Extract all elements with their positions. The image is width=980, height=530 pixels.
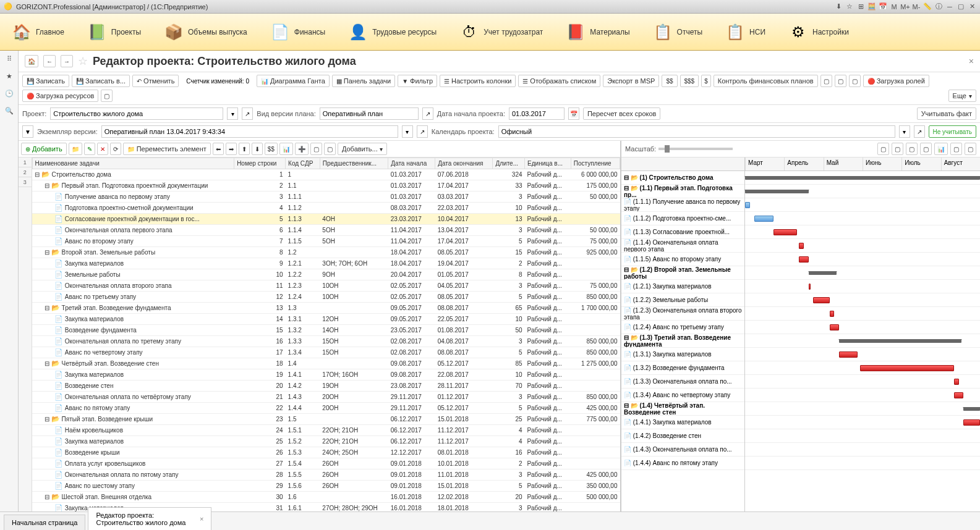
util-icon[interactable]: ▢ — [324, 143, 336, 155]
gantt-row-label[interactable]: ⊟ 📂 (1.2) Второй этап. Земельные работы — [621, 266, 744, 280]
gantt-view-icon[interactable]: ▢ — [877, 143, 889, 155]
gantt-row-label[interactable]: ⊟ 📂 (1.1) Первый этап. Подготовка пр... — [621, 185, 744, 198]
dropdown-icon[interactable]: ▾ — [227, 107, 238, 120]
dropdown-icon[interactable]: ▾ — [402, 125, 413, 138]
forward-button[interactable]: → — [61, 55, 73, 67]
gantt-bar[interactable] — [830, 324, 839, 330]
calendar-icon[interactable]: 📅 — [568, 107, 579, 120]
grid-icon[interactable]: ⠿ — [4, 53, 15, 64]
history-icon[interactable]: 🕒 — [4, 88, 15, 99]
table-row[interactable]: 📄 Аванс по пятому этапу 22 1.4.4 20ОН 29… — [32, 403, 620, 414]
dont-consider-button[interactable]: Не учитывать — [929, 125, 976, 138]
arrow-right-icon[interactable]: ➡ — [226, 143, 237, 155]
gantt-row-label[interactable]: 📄 (1.4.3) Окончательная оплата по... — [621, 443, 744, 456]
dropdown-icon[interactable]: ▾ — [899, 125, 910, 138]
filter-icon[interactable]: ▼ — [22, 125, 33, 138]
gantt-bar[interactable] — [799, 243, 804, 249]
gantt-row-label[interactable]: 📄 (1.1.1) Получение аванса по первому эт… — [621, 198, 744, 212]
minimize-icon[interactable]: ─ — [945, 2, 954, 11]
open-icon[interactable]: ↗ — [914, 125, 925, 138]
column-header[interactable]: Номер строки — [234, 158, 286, 169]
column-header[interactable]: Длите... — [493, 158, 525, 169]
gantt-view-icon[interactable]: 📊 — [934, 143, 948, 155]
nav-item[interactable]: 📕Материалы — [560, 19, 634, 45]
home-button[interactable]: 🏠 — [25, 55, 38, 67]
column-header[interactable]: Код СДР — [286, 158, 320, 169]
row-num[interactable]: 1 — [19, 158, 32, 167]
load-roles-button[interactable]: 🔴Загрузка ролей — [863, 75, 929, 87]
bottom-tab[interactable]: Начальная страница — [4, 515, 85, 530]
table-row[interactable]: 📄 Закупка материалов 25 1.5.2 22ОН; 21ОН… — [32, 436, 620, 447]
task-panel-button[interactable]: ▦Панель задачи — [332, 75, 395, 87]
nav-item[interactable]: 👤Трудовые ресурсы — [343, 19, 441, 45]
table-row[interactable]: 📄 Подготовка проектно-сметной документац… — [32, 203, 620, 214]
column-header[interactable]: Наименование задачи — [32, 158, 234, 169]
gantt-bar[interactable] — [830, 311, 835, 317]
cancel-button[interactable]: ↶Отменить — [132, 75, 179, 87]
titlebar-m-plus[interactable]: M+ — [901, 2, 910, 11]
table-wrap[interactable]: 123 Наименование задачиНомер строкиКод С… — [19, 158, 620, 511]
gantt-view-icon[interactable]: ▢ — [892, 143, 903, 155]
refresh-button[interactable]: ⟳ — [110, 143, 121, 155]
close-icon[interactable]: ✕ — [968, 2, 976, 11]
arrow-down-icon[interactable]: ⬇ — [252, 143, 263, 155]
info-icon[interactable]: ⓘ — [934, 2, 943, 11]
table-row[interactable]: ⊟ 📂 Второй этап. Земельные работы 8 1.2 … — [32, 247, 620, 258]
titlebar-m-minus[interactable]: M- — [912, 2, 921, 11]
titlebar-icon[interactable]: ⬇ — [834, 2, 843, 11]
column-header[interactable]: Предшественник... — [320, 158, 388, 169]
recalc-button[interactable]: Пересчет всех сроков — [583, 107, 661, 120]
gantt-bar[interactable] — [745, 190, 809, 193]
plan-version-input[interactable] — [320, 107, 419, 120]
table-row[interactable]: ⊟ 📂 Четвёртый этап. Возведение стен 18 1… — [32, 358, 620, 369]
table-row[interactable]: ⊟ 📂 Пятый этап. Возведение крыши 23 1.5 … — [32, 414, 620, 425]
gantt-bar[interactable] — [963, 407, 980, 411]
bottom-tab[interactable]: Редактор проекта: Строительство жилого д… — [88, 507, 211, 530]
gantt-bar[interactable] — [954, 392, 963, 398]
close-page-icon[interactable]: × — [969, 56, 974, 66]
back-button[interactable]: ← — [43, 55, 56, 67]
gantt-row-label[interactable]: 📄 (1.2.4) Аванс по третьему этапу — [621, 321, 744, 334]
maximize-icon[interactable]: ▢ — [957, 2, 965, 11]
gantt-row-label[interactable]: 📄 (1.2.3) Окончательная оплата второго э… — [621, 307, 744, 321]
add2-button[interactable]: Добавить... ▾ — [338, 143, 387, 155]
consider-fact-button[interactable]: Учитывать факт — [917, 107, 976, 120]
gantt-row-label[interactable]: 📄 (1.4.1) Закупка материалов — [621, 416, 744, 429]
nav-item[interactable]: ⏱Учет трудозатрат — [454, 19, 548, 45]
titlebar-icon[interactable]: 🧮 — [867, 2, 876, 11]
gantt-bar[interactable] — [745, 202, 750, 208]
fin-control-button[interactable]: Контроль финансовых планов — [714, 75, 818, 87]
column-header[interactable]: Дата окончания — [435, 158, 493, 169]
icon-button[interactable]: ▢ — [849, 75, 861, 87]
column-header[interactable]: Единица в... — [525, 158, 571, 169]
gantt-row-label[interactable]: 📄 (1.1.3) Согласование проектной... — [621, 225, 744, 239]
gantt-row-label[interactable]: 📄 (1.2.2) Земельные работы — [621, 293, 744, 307]
save-button[interactable]: 💾Записать — [22, 75, 69, 87]
version-inst-input[interactable] — [101, 125, 398, 138]
table-row[interactable]: 📄 Согласование проектной документации в … — [32, 214, 620, 225]
icon-button[interactable]: ▢ — [101, 90, 113, 102]
column-header[interactable]: Поступление — [571, 158, 620, 169]
gantt-row-label[interactable]: 📄 (1.4.4) Аванс по пятому этапу — [621, 456, 744, 470]
table-row[interactable]: 📄 Возведение фундамента 15 1.3.2 14ОН 23… — [32, 325, 620, 336]
gantt-bar[interactable] — [773, 229, 797, 235]
table-row[interactable]: 📄 Закупка материалов 19 1.4.1 17ОН; 16ОН… — [32, 369, 620, 381]
more-button[interactable]: Еще ▾ — [948, 90, 976, 102]
table-row[interactable]: 📄 Получение аванса по первому этапу 3 1.… — [32, 191, 620, 203]
table-row[interactable]: 📄 Оплата услуг кровельщиков 27 1.5.4 26О… — [32, 458, 620, 469]
gantt-view-icon[interactable]: ▢ — [950, 143, 962, 155]
load-resources-button[interactable]: 🔴Загрузка ресурсов — [22, 90, 98, 102]
gantt-bar[interactable] — [839, 351, 858, 358]
table-row[interactable]: 📄 Земельные работы 10 1.2.2 9ОН 20.04.20… — [32, 269, 620, 280]
table-row[interactable]: 📄 Окончательная оплата по пятому этапу 2… — [32, 469, 620, 481]
move-button[interactable]: 📁Переместить элемент — [123, 143, 211, 155]
table-row[interactable]: 📄 Аванс по второму этапу 7 1.1.5 5ОН 11.… — [32, 236, 620, 247]
gantt-button[interactable]: 📊Диаграмма Ганта — [257, 75, 330, 87]
table-row[interactable]: ⊟ 📂 Строительство дома 1 1 01.03.2017 07… — [32, 169, 620, 180]
column-header[interactable]: Дата начала — [388, 158, 435, 169]
arrow-left-icon[interactable]: ⬅ — [213, 143, 224, 155]
gantt-bar[interactable] — [754, 216, 773, 222]
nav-item[interactable]: 📗Проекты — [82, 19, 146, 45]
table-row[interactable]: ⊟ 📂 Третий этап. Возведение фундамента 1… — [32, 303, 620, 314]
gantt-row-label[interactable]: ⊟ 📂 (1) Строительство дома — [621, 171, 744, 185]
